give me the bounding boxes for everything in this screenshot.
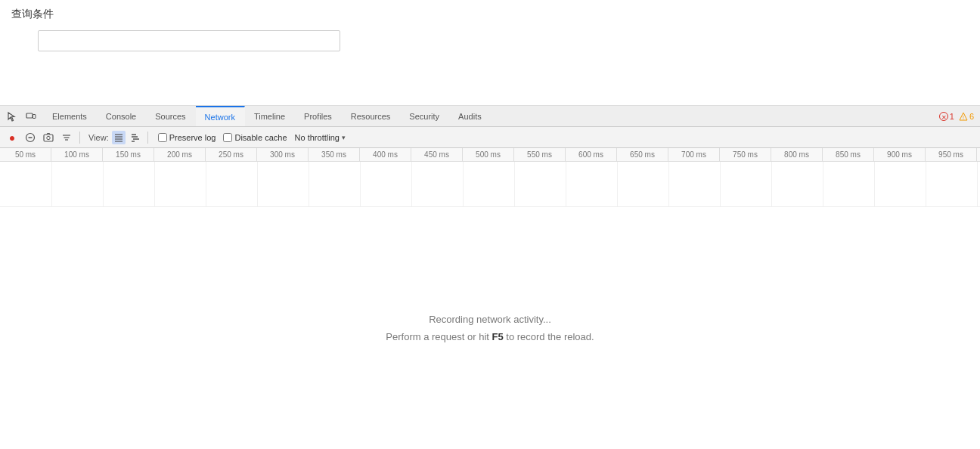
grid-line xyxy=(823,162,823,206)
page-area: 查询条件 xyxy=(0,0,980,106)
ruler-tick: 650 ms xyxy=(617,148,668,161)
grid-line xyxy=(309,162,309,206)
grid-line xyxy=(617,162,618,206)
tab-bar: ElementsConsoleSourcesNetworkTimelinePro… xyxy=(0,106,980,127)
ruler-tick: 400 ms xyxy=(360,148,411,161)
ruler-tick: 850 ms xyxy=(823,148,874,161)
recording-message: Recording network activity... Perform a … xyxy=(386,311,594,346)
ruler-tick: 450 ms xyxy=(411,148,463,161)
ruler-tick: 750 ms xyxy=(720,148,771,161)
recording-f5-key: F5 xyxy=(492,331,504,342)
ruler-tick: 200 ms xyxy=(154,148,206,161)
grid-line xyxy=(463,162,464,206)
ruler-tick: 800 ms xyxy=(771,148,823,161)
preserve-log-label[interactable]: Preserve log xyxy=(169,133,216,142)
throttle-arrow-icon: ▾ xyxy=(342,134,346,141)
capture-screenshots-button[interactable] xyxy=(41,130,56,145)
timeline-grid xyxy=(0,162,980,207)
inspect-icon[interactable] xyxy=(5,109,20,124)
tab-sources[interactable]: Sources xyxy=(146,106,195,126)
grid-line xyxy=(874,162,875,206)
recording-line1: Recording network activity... xyxy=(386,311,594,328)
grid-line xyxy=(51,162,52,206)
disable-cache-checkbox[interactable] xyxy=(223,133,232,142)
network-empty-state: Recording network activity... Perform a … xyxy=(0,207,980,449)
ruler-tick: 550 ms xyxy=(514,148,566,161)
grid-line xyxy=(668,162,669,206)
svg-marker-0 xyxy=(8,113,14,121)
preserve-log-group: Preserve log xyxy=(158,133,216,142)
recording-line2-prefix: Perform a request or hit xyxy=(386,331,492,342)
waterfall-view-button[interactable] xyxy=(129,131,142,144)
svg-point-10 xyxy=(47,136,50,139)
ruler-tick: 250 ms xyxy=(206,148,257,161)
ruler-tick: 700 ms xyxy=(668,148,720,161)
error-badge: ✕ 1 xyxy=(939,112,954,121)
page-title: 查询条件 xyxy=(11,8,969,21)
separator-1 xyxy=(79,132,80,144)
tab-security[interactable]: Security xyxy=(400,106,449,126)
grid-line xyxy=(206,162,206,206)
ruler-tick: 950 ms xyxy=(926,148,977,161)
search-input[interactable] xyxy=(38,30,340,51)
ruler-tick: 50 ms xyxy=(0,148,51,161)
tab-timeline[interactable]: Timeline xyxy=(245,106,295,126)
filter-button[interactable] xyxy=(59,130,74,145)
network-toolbar: ● View: xyxy=(0,127,980,148)
tab-console[interactable]: Console xyxy=(97,106,146,126)
tab-resources[interactable]: Resources xyxy=(342,106,401,126)
grid-line xyxy=(103,162,104,206)
tab-bar-right: ✕ 1 ! 6 xyxy=(939,112,980,121)
throttle-value: No throttling xyxy=(295,133,340,142)
tab-profiles[interactable]: Profiles xyxy=(295,106,342,126)
stop-recording-button[interactable] xyxy=(23,130,38,145)
grid-line xyxy=(977,162,978,206)
tab-audits[interactable]: Audits xyxy=(449,106,492,126)
preserve-log-checkbox[interactable] xyxy=(158,133,167,142)
view-label: View: xyxy=(88,133,109,142)
grid-line xyxy=(720,162,721,206)
throttle-dropdown[interactable]: No throttling ▾ xyxy=(295,133,346,142)
grid-line xyxy=(771,162,772,206)
grid-line xyxy=(566,162,566,206)
warning-badge: ! 6 xyxy=(959,112,974,121)
disable-cache-label[interactable]: Disable cache xyxy=(234,133,287,142)
ruler-tick: 300 ms xyxy=(257,148,309,161)
ruler-tick: 600 ms xyxy=(566,148,617,161)
ruler-tick: 350 ms xyxy=(309,148,360,161)
tab-list: ElementsConsoleSourcesNetworkTimelinePro… xyxy=(43,106,492,126)
svg-rect-1 xyxy=(26,113,33,118)
svg-rect-9 xyxy=(44,135,53,141)
ruler-tick: 100 ms xyxy=(51,148,103,161)
ruler-tick: 500 ms xyxy=(463,148,514,161)
svg-text:!: ! xyxy=(963,114,964,119)
devtools-panel: ElementsConsoleSourcesNetworkTimelinePro… xyxy=(0,106,980,449)
grid-line xyxy=(514,162,515,206)
ruler-tick: 150 ms xyxy=(103,148,154,161)
disable-cache-group: Disable cache xyxy=(223,133,287,142)
grid-line xyxy=(926,162,926,206)
separator-2 xyxy=(147,132,148,144)
devtools-left-icons xyxy=(0,106,43,126)
timeline-ruler: 50 ms100 ms150 ms200 ms250 ms300 ms350 m… xyxy=(0,148,980,162)
warning-count: 6 xyxy=(969,112,974,121)
device-toolbar-icon[interactable] xyxy=(23,109,39,124)
list-view-button[interactable] xyxy=(112,131,126,144)
grid-line xyxy=(411,162,412,206)
record-button[interactable]: ● xyxy=(5,130,20,145)
svg-text:✕: ✕ xyxy=(941,113,946,120)
recording-line2-suffix: to record the reload. xyxy=(504,331,594,342)
grid-line xyxy=(154,162,155,206)
svg-rect-2 xyxy=(33,114,36,118)
grid-line xyxy=(257,162,258,206)
error-count: 1 xyxy=(950,112,954,121)
tab-elements[interactable]: Elements xyxy=(43,106,97,126)
grid-line xyxy=(360,162,361,206)
ruler-tick: 900 ms xyxy=(874,148,926,161)
recording-line2: Perform a request or hit F5 to record th… xyxy=(386,328,594,345)
tab-network[interactable]: Network xyxy=(196,106,245,126)
